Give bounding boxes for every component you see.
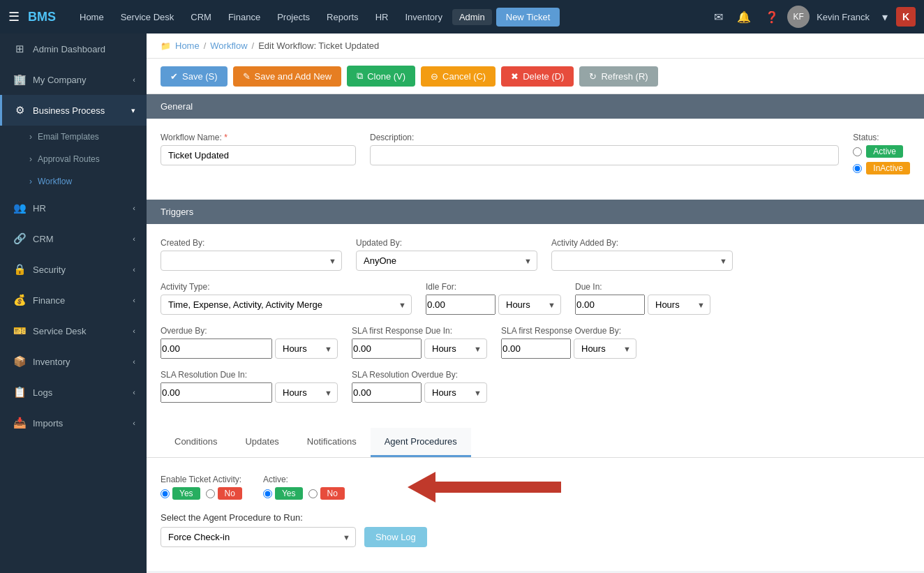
- sidebar-item-crm[interactable]: 🔗 CRM ‹: [0, 223, 147, 254]
- enable-yes-radio[interactable]: [161, 489, 170, 498]
- admin-dashboard-icon: ⊞: [13, 43, 26, 55]
- active-yes-option: Yes: [263, 487, 303, 500]
- enable-no-radio[interactable]: [206, 489, 215, 498]
- sidebar-item-logs[interactable]: 📋 Logs ‹: [0, 377, 147, 408]
- agent-procedures-panel: Enable Ticket Activity: Yes No: [147, 458, 924, 571]
- sla-first-response-overdue-by-input[interactable]: [501, 338, 571, 359]
- sub-item-label: Workflow: [38, 177, 72, 186]
- agent-proc-select-row: Force Check-in ▼ Show Log: [161, 527, 910, 547]
- user-name[interactable]: Kevin Franck: [817, 12, 870, 22]
- sla-resolution-overdue-by-label: SLA Resolution Overdue By:: [352, 370, 487, 380]
- email-icon[interactable]: ✉: [708, 8, 729, 27]
- sidebar-item-label: Inventory: [33, 357, 70, 367]
- updated-by-select[interactable]: AnyOne: [356, 251, 537, 271]
- breadcrumb-home[interactable]: Home: [175, 40, 200, 51]
- user-chevron-icon[interactable]: ▾: [877, 8, 893, 27]
- sla-resolution-overdue-by-input[interactable]: [352, 382, 422, 403]
- active-label: Active:: [263, 475, 345, 484]
- sidebar-item-my-company[interactable]: 🏢 My Company ‹: [0, 64, 147, 95]
- overdue-by-unit-select[interactable]: HoursMinutesDays: [275, 338, 338, 359]
- active-no-radio[interactable]: [308, 489, 318, 498]
- inactive-radio[interactable]: [853, 164, 862, 173]
- activity-added-by-label: Activity Added By:: [551, 238, 733, 248]
- select-agent-procedure-label: Select the Agent Procedure to Run:: [161, 512, 910, 523]
- sidebar-item-service-desk[interactable]: 🎫 Service Desk ‹: [0, 315, 147, 346]
- sidebar-item-label: Business Process: [33, 105, 105, 116]
- tab-agent-procedures[interactable]: Agent Procedures: [371, 428, 471, 457]
- sidebar-item-imports[interactable]: 📥 Imports ‹: [0, 408, 147, 438]
- delete-button[interactable]: ✖ Delete (D): [501, 66, 574, 87]
- created-by-select[interactable]: [161, 251, 342, 271]
- nav-reports[interactable]: Reports: [320, 9, 366, 25]
- sidebar-item-admin-dashboard[interactable]: ⊞ Admin Dashboard: [0, 34, 147, 64]
- nav-service-desk[interactable]: Service Desk: [114, 9, 181, 25]
- due-in-input[interactable]: [575, 295, 645, 315]
- nav-crm[interactable]: CRM: [184, 9, 218, 25]
- hamburger-icon[interactable]: ☰: [8, 9, 20, 24]
- description-input[interactable]: [370, 145, 839, 165]
- agent-proc-select[interactable]: Force Check-in: [161, 527, 356, 547]
- tab-notifications[interactable]: Notifications: [293, 428, 371, 457]
- sla-first-response-due-in-input[interactable]: [352, 338, 422, 359]
- breadcrumb-workflow[interactable]: Workflow: [210, 40, 247, 51]
- created-by-select-wrap: ▼: [161, 251, 342, 271]
- nav-home[interactable]: Home: [73, 9, 111, 25]
- tab-conditions[interactable]: Conditions: [161, 428, 231, 457]
- save-add-icon: ✎: [243, 71, 251, 82]
- cancel-button[interactable]: ⊖ Cancel (C): [421, 66, 495, 87]
- activity-type-select[interactable]: Time, Expense, Activity, Activity Merge: [161, 295, 412, 315]
- enable-ticket-activity-group: Enable Ticket Activity: Yes No: [161, 475, 242, 500]
- overdue-by-input-row: HoursMinutesDays ▼: [161, 338, 338, 359]
- sidebar-sub-workflow[interactable]: Workflow: [0, 170, 147, 193]
- created-by-label: Created By:: [161, 238, 342, 248]
- bell-icon[interactable]: 🔔: [731, 8, 757, 27]
- sla-resolution-due-in-input[interactable]: [161, 382, 272, 403]
- clone-button[interactable]: ⧉ Clone (V): [347, 66, 415, 87]
- sla-resolution-overdue-by-group: SLA Resolution Overdue By: HoursMinutesD…: [352, 370, 487, 403]
- left-arrow-graphic: [408, 472, 561, 503]
- nav-inventory[interactable]: Inventory: [398, 9, 449, 25]
- created-by-group: Created By: ▼: [161, 238, 342, 271]
- tab-updates[interactable]: Updates: [231, 428, 292, 457]
- show-log-button[interactable]: Show Log: [364, 527, 427, 547]
- sidebar-item-business-process[interactable]: ⚙ Business Process ▾: [0, 95, 147, 126]
- sidebar-item-inventory[interactable]: 📦 Inventory ‹: [0, 346, 147, 377]
- idle-for-unit-select[interactable]: HoursMinutesDays: [498, 295, 561, 315]
- enable-no-badge: No: [218, 487, 242, 500]
- activity-added-by-select[interactable]: [551, 251, 733, 271]
- nav-admin[interactable]: Admin: [452, 9, 492, 25]
- activity-added-by-group: Activity Added By: ▼: [551, 238, 733, 271]
- overdue-by-input[interactable]: [161, 338, 272, 359]
- clone-icon: ⧉: [357, 70, 363, 82]
- help-icon[interactable]: ❓: [759, 8, 784, 27]
- nav-projects[interactable]: Projects: [270, 9, 317, 25]
- save-button[interactable]: ✔ Save (S): [161, 66, 228, 87]
- sidebar-item-security[interactable]: 🔒 Security ‹: [0, 254, 147, 285]
- sidebar-sub-email-templates[interactable]: Email Templates: [0, 126, 147, 148]
- sla-first-response-due-in-unit-select[interactable]: HoursMinutesDays: [424, 338, 487, 359]
- sidebar-item-hr[interactable]: 👥 HR ‹: [0, 193, 147, 223]
- chevron-icon: ‹: [133, 419, 135, 427]
- nav-hr[interactable]: HR: [368, 9, 396, 25]
- my-company-icon: 🏢: [13, 73, 26, 86]
- sidebar-sub-approval-routes[interactable]: Approval Routes: [0, 148, 147, 170]
- due-in-unit-select[interactable]: HoursMinutesDays: [648, 295, 710, 315]
- cancel-icon: ⊖: [431, 71, 438, 82]
- new-ticket-button[interactable]: New Ticket: [496, 8, 560, 27]
- active-yes-radio[interactable]: [263, 489, 272, 498]
- nav-finance[interactable]: Finance: [221, 9, 267, 25]
- idle-for-input[interactable]: [426, 295, 495, 315]
- status-label: Status:: [853, 133, 910, 142]
- sla-resolution-overdue-by-unit-select[interactable]: HoursMinutesDays: [424, 382, 487, 403]
- sla-first-response-overdue-by-unit-select[interactable]: HoursMinutesDays: [574, 338, 636, 359]
- active-radio[interactable]: [853, 147, 862, 156]
- select-agent-procedure-group: Select the Agent Procedure to Run: Force…: [161, 512, 910, 547]
- idle-for-input-row: HoursMinutesDays ▼: [426, 295, 561, 315]
- workflow-name-label: Workflow Name: *: [161, 133, 356, 142]
- folder-icon: 📁: [161, 41, 171, 51]
- refresh-button[interactable]: ↻ Refresh (R): [579, 66, 657, 87]
- save-and-add-new-button[interactable]: ✎ Save and Add New: [233, 66, 342, 87]
- workflow-name-input[interactable]: [161, 145, 356, 165]
- sidebar-item-finance[interactable]: 💰 Finance ‹: [0, 285, 147, 315]
- sla-resolution-due-in-unit-select[interactable]: HoursMinutesDays: [275, 382, 338, 403]
